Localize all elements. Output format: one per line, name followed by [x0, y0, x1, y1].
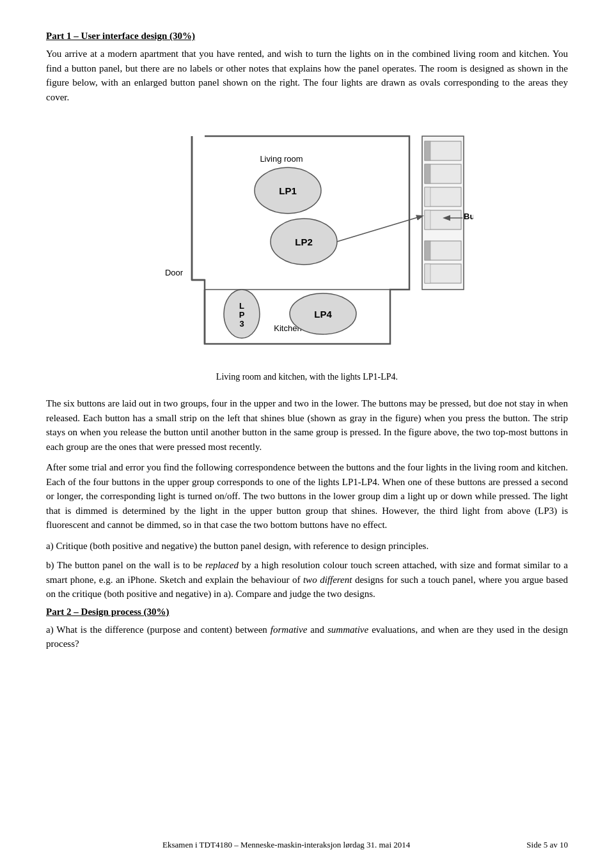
svg-text:Button panel: Button panel [464, 212, 473, 221]
qb-two-different: two different [303, 575, 352, 585]
part2-summative: summative [327, 624, 368, 635]
room-svg: Living room Kitchen Door LP1 LP2 L P 3 L [141, 117, 473, 366]
svg-text:L: L [239, 301, 244, 311]
page-content: Part 1 – User interface design (30%) You… [46, 31, 568, 651]
part2-and: and [307, 624, 327, 635]
footer-center: Eksamen i TDT4180 – Menneske-maskin-inte… [162, 840, 410, 850]
svg-text:LP2: LP2 [295, 236, 313, 247]
part2-formative: formative [271, 624, 308, 635]
svg-rect-21 [425, 164, 430, 183]
footer-right: Side 5 av 10 [526, 840, 568, 850]
svg-text:LP1: LP1 [279, 185, 297, 196]
part2-question-a: a) What is the difference (purpose and c… [46, 623, 568, 651]
svg-rect-29 [425, 264, 430, 283]
svg-text:LP4: LP4 [314, 309, 332, 320]
figure-container: Living room Kitchen Door LP1 LP2 L P 3 L [46, 117, 568, 391]
svg-text:Living room: Living room [260, 154, 303, 164]
svg-rect-25 [425, 210, 430, 229]
svg-rect-23 [425, 187, 430, 206]
svg-text:3: 3 [239, 319, 244, 329]
svg-text:Door: Door [165, 268, 184, 277]
figure-caption: Living room and kitchen, with the lights… [216, 370, 398, 384]
part1-title: Part 1 – User interface design (30%) [46, 31, 568, 42]
question-a: a) Critique (both positive and negative)… [46, 539, 568, 554]
svg-text:P: P [239, 310, 245, 320]
qb-prefix: b) The button panel on the wall is to be [46, 560, 205, 570]
part2-qa-prefix: a) What is the difference (purpose and c… [46, 624, 271, 635]
qb-replaced: replaced [205, 560, 239, 570]
part2-title: Part 2 – Design process (30%) [46, 607, 568, 617]
page-footer: Eksamen i TDT4180 – Menneske-maskin-inte… [46, 840, 568, 850]
correspondence-paragraph: After some trial and error you find the … [46, 460, 568, 532]
intro-paragraph: You arrive at a modern apartment that yo… [46, 47, 568, 104]
question-b: b) The button panel on the wall is to be… [46, 558, 568, 601]
svg-rect-19 [425, 141, 430, 160]
svg-rect-27 [425, 241, 430, 260]
button-description-paragraph: The six buttons are laid out in two grou… [46, 396, 568, 454]
room-diagram: Living room Kitchen Door LP1 LP2 L P 3 L [141, 117, 473, 366]
